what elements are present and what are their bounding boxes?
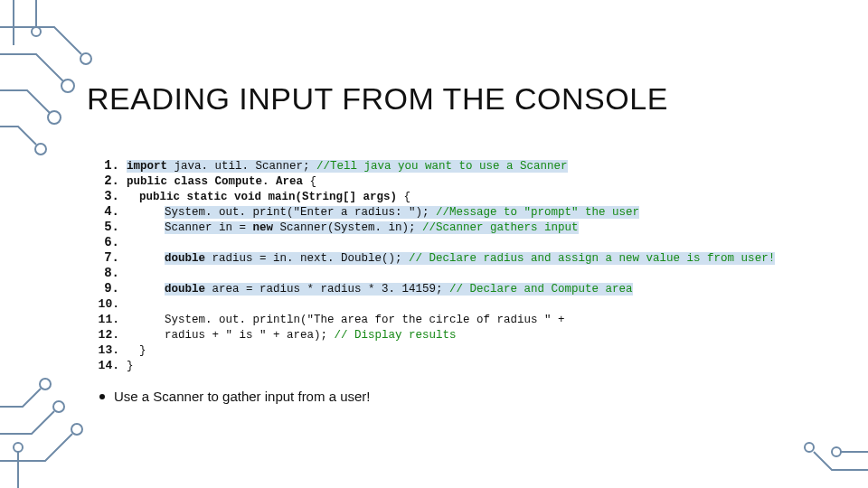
svg-point-10: [832, 447, 841, 456]
code-line: 2.public class Compute. Area {: [87, 174, 775, 189]
code-line: 13.}: [87, 343, 775, 358]
code-line: 12.radius + " is " + area); // Display r…: [87, 327, 775, 343]
slide-title: READING INPUT FROM THE CONSOLE: [87, 81, 668, 117]
svg-point-4: [32, 27, 41, 36]
line-number: 13.: [87, 343, 119, 358]
line-number: 12.: [87, 327, 119, 343]
svg-point-2: [48, 111, 61, 124]
code-line: 4.System. out. print("Enter a radius: ")…: [87, 204, 775, 220]
line-number: 5.: [87, 220, 119, 235]
code-line: 8.: [87, 266, 775, 281]
line-number: 1.: [87, 158, 119, 174]
line-number: 2.: [87, 174, 119, 189]
circuit-decoration-bottom-right: [787, 407, 868, 488]
svg-point-0: [80, 53, 91, 64]
svg-point-6: [53, 401, 64, 412]
slide: READING INPUT FROM THE CONSOLE 1.import …: [0, 0, 868, 488]
svg-point-3: [35, 144, 46, 155]
line-number: 10.: [87, 296, 119, 312]
code-line: 3.public static void main(String[] args)…: [87, 189, 775, 204]
bullet-item: Use a Scanner to gather input from a use…: [99, 389, 370, 404]
line-number: 9.: [87, 281, 119, 296]
bullet-dot-icon: [99, 394, 105, 399]
line-number: 3.: [87, 189, 119, 204]
svg-point-8: [14, 443, 23, 452]
code-line: 1.import java. util. Scanner; //Tell jav…: [87, 158, 775, 174]
svg-point-5: [71, 424, 82, 435]
code-line: 5.Scanner in = new Scanner(System. in); …: [87, 220, 775, 235]
code-line: 11.System. out. println("The area for th…: [87, 312, 775, 327]
code-line: 14.}: [87, 358, 775, 373]
code-line: 7.double radius = in. next. Double(); //…: [87, 250, 775, 266]
line-number: 11.: [87, 312, 119, 327]
line-number: 6.: [87, 235, 119, 250]
code-block: 1.import java. util. Scanner; //Tell jav…: [87, 158, 775, 373]
line-number: 14.: [87, 358, 119, 373]
code-line: 10.: [87, 296, 775, 312]
bullet-text: Use a Scanner to gather input from a use…: [114, 389, 370, 404]
code-line: 9.double area = radius * radius * 3. 141…: [87, 281, 775, 296]
svg-point-9: [805, 443, 814, 452]
svg-point-7: [40, 379, 51, 389]
line-number: 8.: [87, 266, 119, 281]
line-number: 4.: [87, 204, 119, 220]
line-number: 7.: [87, 250, 119, 266]
code-line: 6.: [87, 235, 775, 250]
svg-point-1: [61, 80, 74, 92]
